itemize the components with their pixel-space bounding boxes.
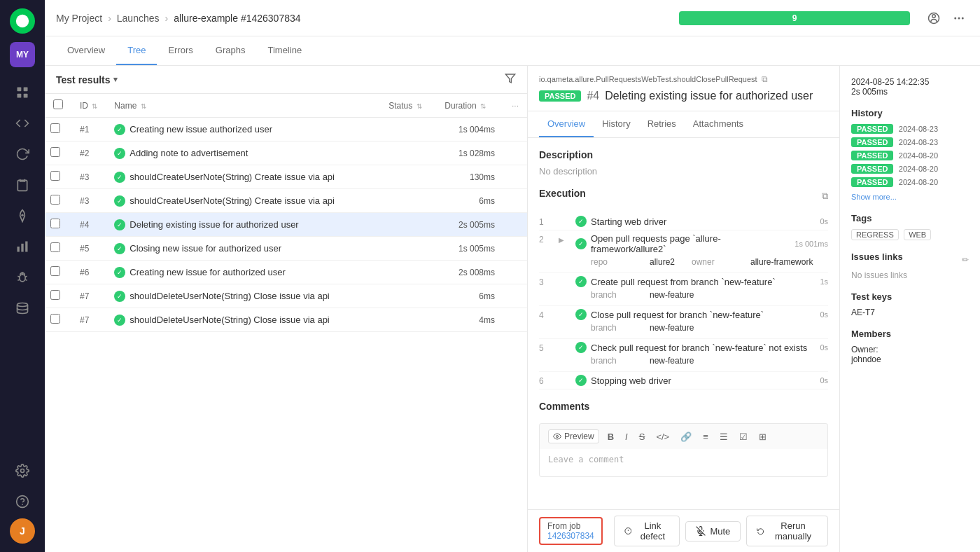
svg-marker-25 xyxy=(505,74,514,83)
select-all-checkbox[interactable] xyxy=(53,99,63,109)
unordered-list-icon[interactable]: ≡ xyxy=(700,430,711,443)
tab-tree[interactable]: Tree xyxy=(116,36,157,65)
table-row[interactable]: #2 ✓Adding note to advertisement 1s 028m… xyxy=(45,142,527,165)
tab-overview[interactable]: Overview xyxy=(56,36,116,65)
refresh-icon[interactable] xyxy=(10,142,35,167)
row-duration: 4ms xyxy=(436,308,503,332)
exec-step-4: 4 ✓ Close pull request for branch `new-f… xyxy=(539,306,828,339)
row-name: ✓Creating new issue authorized user xyxy=(106,118,380,142)
param-key: owner xyxy=(692,257,734,267)
svg-line-12 xyxy=(18,276,20,277)
app-logo[interactable] xyxy=(10,8,35,34)
tab-errors[interactable]: Errors xyxy=(157,36,204,65)
tab-graphs[interactable]: Graphs xyxy=(204,36,257,65)
rocket-icon[interactable] xyxy=(10,203,35,228)
svg-rect-2 xyxy=(24,88,28,92)
test-results-title[interactable]: Test results ▾ xyxy=(56,74,118,85)
row-checkbox[interactable] xyxy=(50,171,60,181)
row-checkbox[interactable] xyxy=(50,123,60,133)
table-row[interactable]: #1 ✓Creating new issue authorized user 1… xyxy=(45,118,527,142)
row-name: ✓shouldCreateUserNote(String) Create iss… xyxy=(106,189,380,213)
step-duration: 0s xyxy=(820,217,828,226)
settings-icon[interactable] xyxy=(10,458,35,483)
bold-icon[interactable]: B xyxy=(605,430,617,443)
edit-icon[interactable]: ✏ xyxy=(962,255,969,265)
code-inline-icon[interactable]: </> xyxy=(653,430,672,443)
col-id[interactable]: ID ⇅ xyxy=(71,94,106,118)
right-panel: io.qameta.allure.PullRequestsWebTest.sho… xyxy=(528,66,980,552)
breadcrumb-launches[interactable]: Launches xyxy=(117,13,160,24)
detail-tab-attachments[interactable]: Attachments xyxy=(685,111,752,137)
table-row[interactable]: #4 ✓Deleting existing issue for authoriz… xyxy=(45,213,527,237)
row-checkbox[interactable] xyxy=(50,266,60,276)
row-name: ✓shouldCreateUserNote(String) Create iss… xyxy=(106,165,380,189)
param-val: allure2 xyxy=(650,257,675,267)
copy-icon[interactable]: ⧉ xyxy=(762,74,768,84)
progress-label: 9 xyxy=(792,13,797,23)
row-name: ✓Adding note to advertisement xyxy=(106,142,380,165)
ordered-list-icon[interactable]: ☰ xyxy=(717,430,731,443)
rerun-button[interactable]: Rerun manually xyxy=(746,516,828,546)
row-id: #2 xyxy=(71,142,106,165)
strikethrough-icon[interactable]: S xyxy=(636,430,648,443)
detail-tab-retries[interactable]: Retries xyxy=(639,111,685,137)
row-checkbox[interactable] xyxy=(50,195,60,205)
copy-exec-icon[interactable]: ⧉ xyxy=(822,191,828,202)
row-checkbox[interactable] xyxy=(50,314,60,324)
table-row[interactable]: #6 ✓Creating new issue for authorized us… xyxy=(45,261,527,284)
table-row[interactable]: #3 ✓shouldCreateUserNote(String) Create … xyxy=(45,165,527,189)
history-badge: PASSED xyxy=(851,137,893,147)
clipboard-icon[interactable] xyxy=(10,172,35,198)
help-icon[interactable] xyxy=(10,489,35,514)
col-name[interactable]: Name ⇅ xyxy=(106,94,380,118)
comment-input[interactable]: Leave a comment xyxy=(539,449,828,477)
execution-title: Execution xyxy=(539,188,586,199)
row-name: ✓shouldDeleteUserNote(String) Close issu… xyxy=(106,284,380,308)
from-job-link[interactable]: 1426307834 xyxy=(547,531,594,541)
param-val: new-feature xyxy=(650,323,694,333)
test-results-header: Test results ▾ xyxy=(45,66,527,94)
svg-rect-9 xyxy=(25,242,27,252)
detail-tab-overview[interactable]: Overview xyxy=(539,111,594,137)
pass-icon: ✓ xyxy=(114,148,125,159)
detail-tabs: Overview History Retries Attachments xyxy=(528,111,839,138)
table-icon[interactable]: ⊞ xyxy=(756,430,769,443)
row-checkbox[interactable] xyxy=(50,290,60,300)
user-avatar[interactable]: J xyxy=(10,518,35,544)
tab-timeline[interactable]: Timeline xyxy=(256,36,313,65)
filter-icon[interactable] xyxy=(505,73,516,86)
bug-icon[interactable] xyxy=(10,265,35,290)
step-pass-icon: ✓ xyxy=(575,375,587,386)
storage-icon[interactable] xyxy=(10,296,35,321)
detail-tab-history[interactable]: History xyxy=(594,111,638,137)
more-options-icon[interactable] xyxy=(949,8,969,28)
workspace-avatar[interactable]: MY xyxy=(10,42,35,67)
history-badge: PASSED xyxy=(851,164,893,174)
checklist-icon[interactable]: ☑ xyxy=(736,430,750,443)
table-row[interactable]: #7 ✓shouldDeleteUserNote(String) Close i… xyxy=(45,308,527,332)
breadcrumb-project[interactable]: My Project xyxy=(56,13,102,24)
row-checkbox[interactable] xyxy=(50,147,60,157)
show-more-link[interactable]: Show more... xyxy=(851,193,897,201)
italic-icon[interactable]: I xyxy=(622,430,631,443)
link-icon[interactable]: 🔗 xyxy=(678,430,694,443)
tag-web: WEB xyxy=(904,229,931,240)
chart-icon[interactable] xyxy=(10,234,35,259)
mute-button[interactable]: Mute xyxy=(685,521,741,541)
preview-button[interactable]: Preview xyxy=(548,429,599,443)
expand-icon[interactable]: ▶ xyxy=(559,233,570,244)
row-checkbox[interactable] xyxy=(50,242,60,252)
table-row[interactable]: #3 ✓shouldCreateUserNote(String) Create … xyxy=(45,189,527,213)
column-options-icon[interactable]: ··· xyxy=(512,101,519,111)
table-row[interactable]: #5 ✓Closing new issue for authorized use… xyxy=(45,237,527,261)
col-duration[interactable]: Duration ⇅ xyxy=(436,94,503,118)
user-circle-icon[interactable] xyxy=(924,8,944,28)
row-checkbox[interactable] xyxy=(50,219,60,228)
dashboard-icon[interactable] xyxy=(10,80,35,105)
code-icon[interactable] xyxy=(10,111,35,136)
table-row[interactable]: #7 ✓shouldDeleteUserNote(String) Close i… xyxy=(45,284,527,308)
row-duration: 1s 005ms xyxy=(436,237,503,261)
test-key-value: AE-T7 xyxy=(851,308,969,317)
col-status[interactable]: Status ⇅ xyxy=(380,94,436,118)
link-defect-button[interactable]: Link defect xyxy=(614,516,680,546)
